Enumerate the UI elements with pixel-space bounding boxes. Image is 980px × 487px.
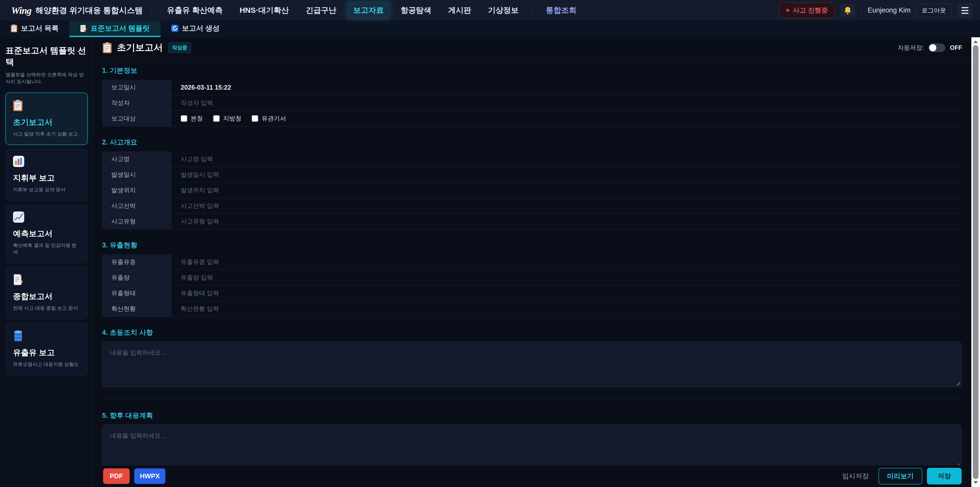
checkbox-related-agency[interactable]: 유관기서	[251, 114, 286, 123]
template-name: 지휘부 보고	[13, 172, 80, 184]
table-row: 확산현황	[102, 301, 962, 317]
section-divider	[102, 399, 962, 400]
table-row: 사고명	[102, 152, 962, 167]
template-desc: 지휘부 보고용 요약 문서	[13, 187, 80, 193]
occurrence-datetime-input[interactable]	[181, 171, 962, 178]
incident-status-label: 사고 진행중	[793, 6, 828, 15]
section-title-future-plan: 5. 향후 대응계획	[102, 411, 962, 420]
template-sidebar: 표준보고서 템플릿 선택 템플릿을 선택하면 오른쪽에 작성 양식이 표시됩니다…	[0, 37, 94, 487]
hamburger-icon	[961, 7, 969, 8]
initial-actions-textarea[interactable]	[102, 342, 962, 387]
field-label: 보고대상	[102, 111, 172, 126]
section-title-spill-status: 3. 유출현황	[102, 241, 962, 250]
logout-button[interactable]: 로그아웃	[916, 3, 951, 18]
notifications-button[interactable]	[840, 3, 855, 18]
brand: Wing 해양환경 위기대응 통합시스템	[11, 5, 143, 16]
checkbox-icon	[251, 115, 258, 122]
nav-item-board[interactable]: 게시판	[442, 1, 478, 19]
basic-info-table: 보고일시 작성자 보고대상 본청	[102, 80, 962, 126]
field-label: 사고선박	[102, 198, 172, 214]
incident-name-input[interactable]	[181, 155, 962, 163]
preview-button[interactable]: 미리보기	[878, 468, 922, 484]
top-navigation-bar: Wing 해양환경 위기대응 통합시스템 유출유 확산예측 HNS·대기확산 긴…	[0, 0, 980, 21]
scroll-up-arrow-icon[interactable]	[974, 40, 978, 43]
occurrence-location-input[interactable]	[181, 187, 962, 194]
resize-grip-icon[interactable]	[956, 381, 960, 385]
system-title: 해양환경 위기대응 통합시스템	[35, 5, 143, 16]
report-target-checkbox-group: 본청 지방청 유관기서	[181, 114, 286, 123]
resize-grip-icon[interactable]	[956, 463, 960, 465]
red-dot-icon	[786, 9, 789, 12]
tab-report-list[interactable]: 보고서 목록	[0, 21, 69, 37]
save-button[interactable]: 저장	[927, 468, 962, 484]
field-label: 발생일시	[102, 167, 172, 182]
memo-pencil-icon	[80, 24, 87, 32]
future-plan-textarea[interactable]	[102, 425, 962, 465]
autosave-toggle[interactable]	[928, 43, 945, 52]
export-pdf-button[interactable]: PDF	[103, 468, 130, 484]
clipboard-icon	[103, 42, 112, 53]
template-card-command-report[interactable]: 지휘부 보고 지휘부 보고용 요약 문서	[6, 149, 88, 200]
report-datetime-input[interactable]	[181, 84, 962, 91]
tab-report-generate[interactable]: 보고서 생성	[161, 21, 231, 37]
section-title-basic-info: 1. 기본정보	[102, 66, 962, 75]
checkbox-regional-office[interactable]: 지방청	[213, 114, 242, 123]
scrollbar-thumb[interactable]	[973, 45, 978, 479]
sidebar-title: 표준보고서 템플릿 선택	[6, 45, 88, 68]
author-input[interactable]	[181, 99, 962, 107]
bar-chart-icon	[13, 156, 80, 168]
field-label: 확산현황	[102, 301, 172, 316]
oil-drum-icon	[13, 330, 80, 343]
checkbox-icon	[213, 115, 220, 122]
scroll-down-arrow-icon[interactable]	[974, 481, 978, 484]
nav-item-aerial-search[interactable]: 항공탐색	[394, 1, 438, 19]
template-card-comprehensive-report[interactable]: 종합보고서 전체 사고 대응 종합 보고 문서	[6, 267, 88, 319]
template-name: 유출유 보고	[13, 347, 80, 358]
nav-item-weather-info[interactable]: 기상정보	[481, 1, 525, 19]
nav-item-hns-air-diffusion[interactable]: HNS·대기확산	[233, 1, 296, 19]
export-hwpx-button[interactable]: HWPX	[134, 468, 165, 484]
template-card-initial-report[interactable]: 초기보고서 사고 발생 직후 초기 상황 보고	[6, 93, 88, 145]
spill-amount-input[interactable]	[181, 274, 962, 281]
clipboard-icon	[11, 24, 18, 32]
spread-status-input[interactable]	[181, 305, 962, 312]
incident-in-progress-badge[interactable]: 사고 진행중	[779, 3, 835, 18]
wing-logo: Wing	[11, 5, 32, 16]
field-label: 유출량	[102, 270, 172, 285]
template-card-prediction-report[interactable]: 예측보고서 확산예측 결과 및 민감자원 분석	[6, 204, 88, 263]
status-badge: 작성중	[168, 42, 191, 53]
vertical-scrollbar[interactable]	[971, 37, 980, 487]
tab-label: 표준보고서 템플릿	[91, 24, 150, 33]
nav-item-oil-spill-prediction[interactable]: 유출유 확산예측	[160, 1, 229, 19]
spill-oil-type-input[interactable]	[181, 259, 962, 266]
tab-label: 보고서 목록	[21, 24, 59, 33]
incident-type-input[interactable]	[181, 218, 962, 225]
checkbox-headquarters[interactable]: 본청	[181, 114, 203, 123]
incident-overview-table: 사고명 발생일시 발생위치 사고선박 사고유형	[102, 152, 962, 229]
field-label: 유출형태	[102, 286, 172, 301]
form-header: 초기보고서 작성중 자동저장: OFF	[94, 37, 971, 58]
template-card-oil-spill-report[interactable]: 유출유 보고 유류오염사고 대응지원 상황도	[6, 323, 88, 375]
checkbox-icon	[181, 115, 187, 122]
autosave-control: 자동저장: OFF	[897, 43, 962, 52]
field-label: 발생위치	[102, 183, 172, 198]
incident-vessel-input[interactable]	[181, 202, 962, 209]
tab-label: 보고서 생성	[182, 24, 220, 33]
page-title: 초기보고서	[117, 42, 163, 54]
spill-form-input[interactable]	[181, 290, 962, 297]
temp-save-button[interactable]: 임시저장	[837, 468, 874, 484]
hamburger-menu-button[interactable]	[957, 3, 973, 18]
nav-item-report-data[interactable]: 보고자료	[347, 1, 390, 19]
section-title-initial-actions: 4. 초동조치 사항	[102, 328, 962, 337]
field-label: 사고유형	[102, 214, 172, 229]
nav-item-integrated-search[interactable]: 통합조회	[541, 1, 582, 19]
spill-status-table: 유출유종 유출량 유출형태 확산현황	[102, 254, 962, 317]
report-form-panel: 초기보고서 작성중 자동저장: OFF 1. 기본정보 보고일시 작성자	[94, 37, 971, 487]
nav-item-emergency-rescue[interactable]: 긴급구난	[299, 1, 343, 19]
table-row: 유출유종	[102, 254, 962, 270]
autosave-state: OFF	[950, 44, 962, 51]
topbar-right-cluster: 사고 진행중 Eunjeong Kim 로그아웃	[779, 3, 973, 18]
tab-standard-report-template[interactable]: 표준보고서 템플릿	[69, 21, 161, 37]
divider	[861, 5, 862, 16]
sidebar-subtitle: 템플릿을 선택하면 오른쪽에 작성 양식이 표시됩니다.	[6, 72, 88, 85]
